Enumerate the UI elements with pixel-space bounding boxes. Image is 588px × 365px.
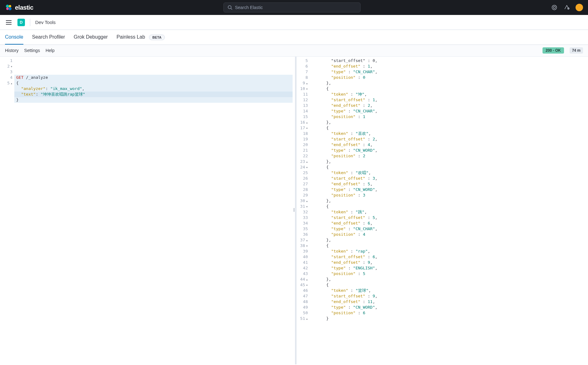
header-right — [551, 4, 583, 11]
gutter-line: 2▾ — [3, 64, 12, 69]
response-gutter: 56789▴10▾111213141516▴17▾181920212223▴24… — [295, 57, 310, 364]
menu-toggle-icon[interactable] — [5, 19, 12, 26]
status-badge: 200 - OK — [543, 47, 564, 54]
gutter-line: 35 — [300, 226, 308, 232]
request-gutter: 12▾345▴ — [0, 57, 14, 364]
gutter-line: 8 — [300, 75, 308, 80]
code-line: "token" : "篮球", — [310, 288, 588, 293]
code-line: "type" : "CN_WORD", — [310, 148, 588, 153]
code-line: "end_offset" : 9, — [310, 260, 588, 265]
request-editor[interactable]: 12▾345▴ GET /_analyze{ "analyzer": "ik_m… — [0, 57, 293, 364]
svg-point-3 — [8, 7, 12, 10]
request-code[interactable]: GET /_analyze{ "analyzer": "ik_max_word"… — [14, 57, 293, 364]
code-line: }, — [310, 237, 588, 243]
history-link[interactable]: History — [5, 48, 19, 53]
tab-grok-debugger[interactable]: Grok Debugger — [74, 30, 108, 44]
svg-point-1 — [9, 5, 11, 7]
gutter-line: 3 — [3, 69, 12, 75]
newsfeed-icon[interactable] — [551, 4, 558, 11]
response-viewer[interactable]: 56789▴10▾111213141516▴17▾181920212223▴24… — [295, 57, 588, 364]
global-header: elastic Search Elastic — [0, 0, 588, 15]
gutter-line: 27 — [300, 181, 308, 187]
code-line: "end_offset" : 1, — [310, 64, 588, 69]
gutter-line: 47 — [300, 293, 308, 299]
gutter-line: 29 — [300, 192, 308, 198]
code-line: "type" : "ENGLISH", — [310, 265, 588, 271]
timing-badge: 74 m — [570, 47, 583, 54]
gutter-line: 50 — [300, 310, 308, 316]
wrench-icon[interactable] — [284, 58, 289, 63]
gutter-line: 1 — [3, 58, 12, 64]
elastic-logo[interactable]: elastic — [5, 4, 33, 11]
pane-splitter[interactable]: || — [293, 57, 295, 364]
response-code: "start_offset" : 0, "end_offset" : 1, "t… — [310, 57, 588, 364]
code-line: { — [310, 243, 588, 249]
tab-console[interactable]: Console — [5, 30, 23, 44]
code-line: "position" : 1 — [310, 114, 588, 120]
help-icon[interactable] — [563, 4, 571, 11]
code-line: { — [310, 125, 588, 131]
code-line: } — [310, 316, 588, 321]
gutter-line: 28 — [300, 187, 308, 192]
code-line: "type" : "CN_CHAR", — [310, 226, 588, 232]
gutter-line: 45▾ — [300, 282, 308, 288]
code-line[interactable]: } — [14, 97, 293, 103]
request-actions — [276, 58, 289, 63]
gutter-line: 25 — [300, 170, 308, 176]
gutter-line: 36 — [300, 232, 308, 237]
tab-label: Painless Lab — [117, 34, 145, 40]
gutter-line: 14 — [300, 108, 308, 114]
help-link[interactable]: Help — [45, 48, 55, 53]
gutter-line: 43 — [300, 271, 308, 277]
devtools-tabs: Console Search Profiler Grok Debugger Pa… — [0, 30, 588, 45]
code-line: "start_offset" : 5, — [310, 215, 588, 220]
tab-painless-lab[interactable]: Painless Lab BETA — [117, 30, 165, 45]
settings-link[interactable]: Settings — [24, 48, 40, 53]
gutter-line: 34 — [300, 220, 308, 226]
svg-point-2 — [6, 7, 9, 10]
play-icon[interactable] — [276, 58, 281, 63]
gutter-line: 17▾ — [300, 125, 308, 131]
gutter-line: 12 — [300, 97, 308, 103]
gutter-line: 48 — [300, 299, 308, 305]
breadcrumb[interactable]: Dev Tools — [35, 20, 56, 25]
gutter-line: 11 — [300, 92, 308, 97]
code-line: { — [310, 204, 588, 209]
gutter-line: 33 — [300, 215, 308, 220]
code-line: "position" : 4 — [310, 232, 588, 237]
code-line[interactable]: { — [14, 80, 293, 86]
code-line[interactable]: "text": "坤坤喜欢唱跳rap篮球" — [14, 92, 293, 97]
svg-point-6 — [552, 5, 557, 10]
gutter-line: 5▴ — [3, 80, 12, 86]
tab-search-profiler[interactable]: Search Profiler — [32, 30, 65, 44]
editor-area: 12▾345▴ GET /_analyze{ "analyzer": "ik_m… — [0, 57, 588, 364]
code-line: "token" : "欢唱", — [310, 170, 588, 176]
code-line: "token" : "rap", — [310, 249, 588, 254]
beta-badge: BETA — [149, 35, 165, 40]
gutter-line: 6 — [300, 64, 308, 69]
user-avatar[interactable] — [576, 4, 583, 11]
gutter-line: 37▴ — [300, 237, 308, 243]
gutter-line: 24▾ — [300, 164, 308, 170]
code-line[interactable]: GET /_analyze — [14, 75, 293, 80]
gutter-line: 31▾ — [300, 204, 308, 209]
code-line: }, — [310, 120, 588, 125]
global-search-input[interactable]: Search Elastic — [223, 2, 361, 12]
tab-label: Console — [5, 34, 23, 40]
code-line: "start_offset" : 3, — [310, 176, 588, 181]
code-line: "end_offset" : 4, — [310, 142, 588, 148]
gutter-line: 51▴ — [300, 316, 308, 321]
code-line: "type" : "CN_WORD", — [310, 187, 588, 192]
gutter-line: 22 — [300, 153, 308, 159]
code-line: }, — [310, 159, 588, 164]
gutter-line: 46 — [300, 288, 308, 293]
gutter-line: 38▾ — [300, 243, 308, 249]
code-line[interactable]: "analyzer": "ik_max_word", — [14, 86, 293, 92]
code-line: "position" : 6 — [310, 310, 588, 316]
gutter-line: 21 — [300, 148, 308, 153]
code-line: "start_offset" : 1, — [310, 97, 588, 103]
space-selector[interactable]: D — [17, 19, 25, 26]
gutter-line: 16▴ — [300, 120, 308, 125]
gutter-line: 9▴ — [300, 80, 308, 86]
gutter-line: 15 — [300, 114, 308, 120]
